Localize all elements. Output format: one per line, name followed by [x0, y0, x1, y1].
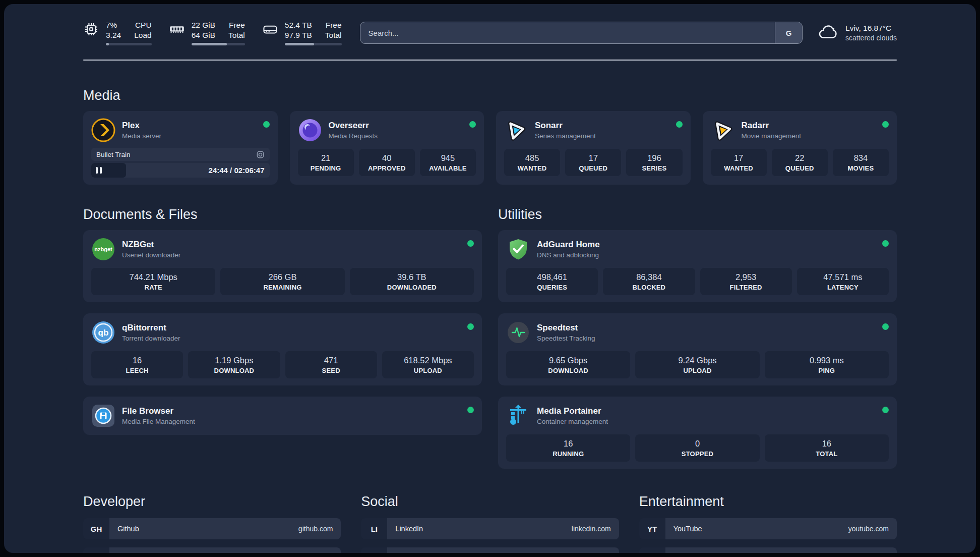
app-card-adguard[interactable]: AdGuard Home DNS and adblocking 498,461Q…	[498, 230, 897, 302]
app-card-filebrowser[interactable]: File Browser Media File Management	[83, 397, 482, 435]
app-card-radarr[interactable]: Radarr Movie management 17WANTED22QUEUED…	[703, 111, 897, 185]
app-name: qBittorrent	[122, 323, 461, 333]
status-online-dot	[882, 121, 889, 128]
stat-value: 0	[637, 439, 757, 449]
bookmark-row[interactable]: LILinkedInlinkedin.com	[361, 518, 619, 539]
memory-progress-track	[192, 43, 245, 45]
stat-label: WANTED	[506, 164, 558, 172]
section-title-developer: Developer	[83, 494, 341, 510]
bookmark-list: YTYouTubeyoutube.comNFNetflixnetflix.com…	[639, 518, 897, 553]
stat-box: 16LEECH	[91, 351, 183, 378]
bookmark-name: LinkedIn	[395, 525, 423, 533]
stat-value: 16	[93, 356, 181, 365]
status-online-dot	[882, 407, 889, 413]
bookmark-list: GHGithubgithub.comSOStackOverflowstackov…	[83, 518, 341, 553]
dashboard-screen: 7% 3.24 CPU Load	[4, 4, 976, 553]
stat-value: 498,461	[508, 272, 596, 282]
stats-row: 21PENDING40APPROVED945AVAILABLE	[298, 149, 476, 176]
status-online-dot	[467, 323, 474, 330]
stat-value: 744.21 Mbps	[93, 272, 213, 282]
stat-value: 39.6 TB	[352, 272, 472, 282]
playback-progress-bar[interactable]: 24:44 / 02:06:47	[91, 163, 270, 178]
stat-value: 17	[567, 153, 619, 163]
app-card-speedtest[interactable]: Speedtest Speedtest Tracking 9.65 GbpsDO…	[498, 313, 897, 385]
developer-links-section: Developer GHGithubgithub.comSOStackOverf…	[83, 494, 341, 553]
playback-time: 24:44 / 02:06:47	[209, 163, 265, 178]
stat-label: APPROVED	[361, 164, 413, 172]
weather-condition: scattered clouds	[845, 34, 897, 42]
stat-label: RATE	[93, 284, 213, 291]
stats-row: 16LEECH1.19 GbpsDOWNLOAD471SEED618.52 Mb…	[91, 351, 474, 378]
bookmark-name: Github	[117, 525, 139, 533]
app-name: Media Portainer	[537, 406, 876, 416]
portainer-icon	[506, 404, 530, 428]
stat-label: DOWNLOAD	[190, 367, 278, 374]
cpu-percent: 7%	[106, 20, 121, 30]
stat-box: 9.65 GbpsDOWNLOAD	[506, 351, 630, 378]
status-online-dot	[469, 121, 476, 128]
section-title-utilities: Utilities	[498, 207, 897, 222]
stat-label: WANTED	[713, 164, 765, 172]
section-title-documents: Documents & Files	[83, 207, 482, 222]
app-desc: Movie management	[742, 132, 876, 140]
memory-total-label: Total	[228, 30, 245, 40]
stat-box: 485WANTED	[504, 149, 560, 176]
memory-widget: 22 GiB 64 GiB Free Total	[169, 20, 245, 45]
bookmark-abbr: TW	[361, 547, 387, 553]
utilities-column: Utilities AdGuard H	[498, 207, 897, 469]
status-online-dot	[676, 121, 683, 128]
search-engine-button[interactable]: G	[775, 22, 802, 43]
stat-value: 40	[361, 153, 413, 163]
disk-progress-fill	[285, 43, 315, 45]
app-name: Radarr	[742, 121, 876, 131]
app-name: File Browser	[122, 406, 461, 416]
stat-box: 834MOVIES	[833, 149, 889, 176]
stat-label: SEED	[287, 367, 375, 374]
bookmark-list: LILinkedInlinkedin.comTWTwittertwitter.c…	[361, 518, 619, 553]
stat-label: RUNNING	[508, 450, 628, 458]
stat-label: DOWNLOAD	[508, 367, 628, 374]
stat-value: 485	[506, 153, 558, 163]
bookmark-row[interactable]: NFNetflixnetflix.com	[639, 547, 897, 553]
bookmark-row[interactable]: TWTwittertwitter.com	[361, 547, 619, 553]
stat-box: 16RUNNING	[506, 434, 630, 462]
stat-label: BLOCKED	[605, 284, 693, 291]
app-card-nzbget[interactable]: nzbget NZBGet Usenet downloader 744.21 M…	[83, 230, 482, 302]
app-card-sonarr[interactable]: Sonarr Series management 485WANTED17QUEU…	[496, 111, 691, 185]
pause-icon[interactable]	[96, 167, 98, 174]
qbittorrent-icon: qb	[91, 320, 115, 345]
stat-box: 744.21 MbpsRATE	[91, 268, 215, 295]
bookmark-row[interactable]: SOStackOverflowstackoverflow.com	[83, 547, 341, 553]
disk-widget: 52.4 TB 97.9 TB Free Total	[262, 20, 342, 45]
bookmark-body: Githubgithub.com	[109, 518, 341, 539]
disk-total-value: 97.9 TB	[285, 30, 312, 40]
stat-label: SERIES	[628, 164, 680, 172]
stat-value: 9.24 Gbps	[637, 356, 757, 365]
now-playing-title: Bullet Train	[96, 151, 131, 158]
app-card-plex[interactable]: Plex Media server Bullet Train	[83, 111, 278, 185]
stat-value: 16	[767, 439, 887, 449]
bookmark-body: StackOverflowstackoverflow.com	[109, 547, 341, 553]
bookmark-row[interactable]: YTYouTubeyoutube.com	[639, 518, 897, 539]
app-card-overseerr[interactable]: Overseerr Media Requests 21PENDING40APPR…	[290, 111, 484, 185]
stat-value: 618.52 Mbps	[384, 356, 472, 365]
stats-row: 498,461QUERIES86,384BLOCKED2,953FILTERED…	[506, 268, 889, 295]
bookmark-row[interactable]: GHGithubgithub.com	[83, 518, 341, 539]
stats-row: 16RUNNING0STOPPED16TOTAL	[506, 434, 889, 462]
app-card-portainer[interactable]: Media Portainer Container management 16R…	[498, 397, 897, 469]
entertainment-links-section: Entertainment YTYouTubeyoutube.comNFNetf…	[639, 494, 897, 553]
app-desc: DNS and adblocking	[537, 251, 876, 259]
stat-label: DOWNLOADED	[352, 284, 472, 291]
app-card-qbittorrent[interactable]: qb qBittorrent Torrent downloader 16LEEC…	[83, 313, 482, 385]
stat-label: QUERIES	[508, 284, 596, 291]
stat-box: 17WANTED	[711, 149, 767, 176]
app-desc: Media Requests	[329, 132, 463, 140]
stat-box: 21PENDING	[298, 149, 354, 176]
stat-box: 40APPROVED	[359, 149, 415, 176]
stat-label: UPLOAD	[637, 367, 757, 374]
section-title-media: Media	[83, 88, 897, 103]
search-input[interactable]	[360, 22, 775, 43]
section-title-entertainment: Entertainment	[639, 494, 897, 510]
stat-box: 618.52 MbpsUPLOAD	[382, 351, 474, 378]
adguard-icon	[506, 237, 530, 261]
